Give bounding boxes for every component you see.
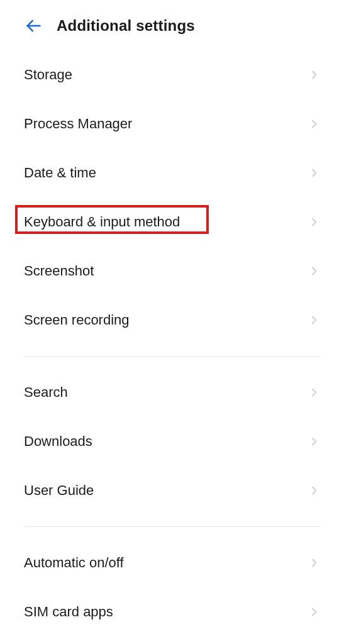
- settings-item-sim-card-apps[interactable]: SIM card apps: [0, 587, 344, 636]
- chevron-right-icon: [309, 217, 319, 227]
- chevron-right-icon: [309, 70, 319, 80]
- settings-item-label: Date & time: [24, 165, 96, 181]
- settings-item-label: Storage: [24, 67, 72, 83]
- settings-item-label: Automatic on/off: [24, 555, 124, 571]
- chevron-right-icon: [309, 315, 319, 325]
- chevron-right-icon: [309, 266, 319, 276]
- chevron-right-icon: [309, 558, 319, 568]
- settings-item-screenshot[interactable]: Screenshot: [0, 247, 344, 296]
- chevron-right-icon: [309, 486, 319, 496]
- chevron-right-icon: [309, 436, 319, 447]
- settings-item-keyboard-input[interactable]: Keyboard & input method: [0, 197, 344, 247]
- settings-item-label: Keyboard & input method: [24, 214, 180, 230]
- section-divider: [24, 526, 320, 527]
- settings-item-process-manager[interactable]: Process Manager: [0, 99, 344, 148]
- chevron-right-icon: [309, 387, 319, 397]
- back-arrow-icon[interactable]: [24, 16, 43, 35]
- settings-list: Storage Process Manager Date & time Keyb…: [0, 50, 344, 636]
- settings-item-label: Process Manager: [24, 116, 132, 132]
- settings-item-search[interactable]: Search: [0, 368, 344, 417]
- settings-item-label: Search: [24, 384, 68, 401]
- settings-item-label: Screen recording: [24, 312, 130, 328]
- chevron-right-icon: [309, 168, 319, 178]
- settings-item-user-guide[interactable]: User Guide: [0, 466, 344, 515]
- settings-item-label: User Guide: [24, 482, 94, 499]
- settings-item-date-time[interactable]: Date & time: [0, 148, 344, 197]
- settings-item-downloads[interactable]: Downloads: [0, 417, 344, 466]
- settings-item-storage[interactable]: Storage: [0, 50, 344, 99]
- chevron-right-icon: [309, 607, 319, 617]
- page-header: Additional settings: [0, 0, 344, 50]
- chevron-right-icon: [309, 119, 319, 129]
- settings-item-label: SIM card apps: [24, 604, 113, 620]
- section-divider: [24, 356, 320, 357]
- settings-item-label: Screenshot: [24, 263, 94, 279]
- settings-item-screen-recording[interactable]: Screen recording: [0, 296, 344, 345]
- settings-item-label: Downloads: [24, 433, 92, 450]
- page-title: Additional settings: [57, 17, 195, 35]
- settings-item-automatic-on-off[interactable]: Automatic on/off: [0, 538, 344, 587]
